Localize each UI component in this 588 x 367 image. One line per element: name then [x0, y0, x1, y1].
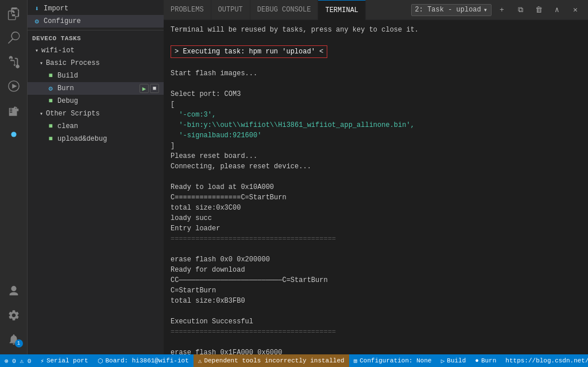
terminal-line: [171, 58, 581, 68]
tab-output[interactable]: OUTPUT: [211, 0, 250, 20]
terminal-line: erase flash 0x1FA000 0x6000: [171, 347, 581, 354]
sidebar-item-debug[interactable]: ■ Debug: [28, 95, 164, 107]
search-icon[interactable]: [2, 26, 25, 49]
notification-icon[interactable]: 1: [2, 328, 25, 351]
split-terminal-button[interactable]: ⧉: [512, 2, 528, 18]
import-icon: ⬇: [32, 4, 41, 13]
sidebar-group-basic-process[interactable]: ▾ Basic Process: [28, 57, 164, 69]
sidebar-item-import[interactable]: ⬇ Import: [28, 2, 164, 15]
terminal-line: Select port: COM3: [171, 89, 581, 99]
terminal-line: loady succ: [171, 213, 581, 223]
terminal-line: [171, 172, 581, 182]
terminal-line: [171, 244, 581, 254]
status-errors[interactable]: ⊗ 0 ⚠ 0: [0, 354, 36, 367]
burn-arrow: [41, 84, 46, 93]
debug-arrow: [41, 96, 46, 106]
terminal-line: ========================================: [171, 234, 581, 244]
terminal-line: Terminal will be reused by tasks, press …: [171, 25, 581, 35]
tab-debug-console[interactable]: DEBUG CONSOLE: [250, 0, 319, 20]
extensions-icon[interactable]: [2, 99, 25, 122]
terminal-line: [: [171, 99, 581, 110]
sidebar-item-configure[interactable]: ⚙ Configure: [28, 15, 164, 28]
burn-play-button[interactable]: ▶: [140, 84, 149, 93]
tab-problems[interactable]: PROBLEMS: [164, 0, 211, 20]
terminal-line: [171, 79, 581, 89]
settings-icon[interactable]: [2, 304, 25, 327]
import-label: Import: [44, 5, 159, 13]
status-build[interactable]: ▷ Build: [436, 354, 471, 367]
terminal-line: > Executing task: hpm run 'upload' <: [171, 45, 581, 58]
maximize-panel-button[interactable]: ∧: [549, 2, 565, 18]
terminal-content[interactable]: Terminal will be reused by tasks, press …: [164, 20, 588, 354]
terminal-line: Entry loader: [171, 223, 581, 234]
error-warning-icon: ⊗ 0 ⚠ 0: [5, 357, 31, 365]
deveco-icon[interactable]: [2, 123, 25, 146]
sidebar-item-clean[interactable]: ■ clean: [28, 120, 164, 133]
build-task-label: Build: [57, 72, 159, 80]
status-burn[interactable]: ● Burn: [470, 354, 501, 367]
terminal-line: total size:0x3C00: [171, 203, 581, 213]
add-terminal-button[interactable]: +: [494, 2, 510, 18]
terminal-line: Please reset board...: [171, 151, 581, 161]
serial-port-icon: ⚡: [40, 357, 44, 365]
configure-label: Configure: [44, 17, 159, 25]
build-task-icon: ■: [46, 71, 55, 80]
debug-task-label: Debug: [57, 97, 159, 105]
sidebar: ⬇ Import ⚙ Configure DEVECO TASKS ▾ wifi…: [28, 0, 164, 354]
terminal-selector[interactable]: 2: Task - upload ▾: [411, 4, 492, 16]
sidebar-item-build[interactable]: ■ Build: [28, 69, 164, 82]
burn-task-actions: ▶ ■: [140, 84, 159, 93]
sidebar-group-other-scripts[interactable]: ▾ Other Scripts: [28, 107, 164, 120]
tab-bar: PROBLEMS OUTPUT DEBUG CONSOLE TERMINAL 2…: [164, 0, 588, 20]
upload-debug-task-icon: ■: [46, 134, 55, 144]
terminal-line: '-com:3',: [171, 110, 581, 120]
group-arrow-wifi-iot: ▾: [32, 46, 41, 55]
burn-stop-button[interactable]: ■: [150, 84, 159, 93]
status-board[interactable]: ⬡ Board: hi3861@wifi-iot: [93, 354, 194, 367]
tab-actions: 2: Task - upload ▾ + ⧉ 🗑 ∧ ✕: [411, 2, 588, 18]
terminal-line: Ready for download: [171, 265, 581, 275]
terminal-line: [171, 35, 581, 45]
deveco-tasks-section: DEVECO TASKS ▾ wifi-iot ▾ Basic Process: [28, 30, 164, 148]
terminal-line: Execution Successful: [171, 316, 581, 327]
kill-terminal-button[interactable]: 🗑: [531, 2, 547, 18]
terminal-line: Ready to load at 0x10A000: [171, 182, 581, 192]
group-label-other-scripts: Other Scripts: [46, 110, 159, 118]
explorer-icon[interactable]: [2, 2, 25, 25]
section-header-deveco-tasks: DEVECO TASKS: [28, 33, 164, 44]
terminal-line: CC—————————————————————————C=StartBurn: [171, 275, 581, 285]
editor-area: PROBLEMS OUTPUT DEBUG CONSOLE TERMINAL 2…: [164, 0, 588, 354]
scm-icon[interactable]: [2, 51, 25, 74]
status-serial-port[interactable]: ⚡ Serial port: [36, 354, 92, 367]
close-panel-button[interactable]: ✕: [567, 2, 583, 18]
account-icon[interactable]: [2, 280, 25, 303]
sidebar-item-upload-debug[interactable]: ■ upload&debug: [28, 133, 164, 145]
sidebar-group-wifi-iot[interactable]: ▾ wifi-iot: [28, 44, 164, 57]
build-arrow: [41, 71, 46, 80]
terminal-line: '-signalbaud:921600': [171, 130, 581, 141]
chevron-down-icon: ▾: [483, 6, 488, 14]
status-url[interactable]: https://blog.csdn.net/rsd102: [501, 357, 588, 364]
sidebar-item-burn[interactable]: ⚙ Burn ▶ ■: [28, 82, 164, 95]
svg-point-1: [11, 132, 16, 137]
terminal-line: Connecting, please reset device...: [171, 161, 581, 172]
configure-icon: ⚙: [32, 17, 41, 26]
terminal-line: '-bin:y:\\out\\wifiiot\\Hi3861_wifiiot_a…: [171, 120, 581, 130]
group-label-wifi-iot: wifi-iot: [41, 47, 159, 55]
status-right: https://blog.csdn.net/rsd102: [501, 357, 588, 364]
board-icon: ⬡: [98, 357, 103, 365]
terminal-line: [171, 337, 581, 347]
clean-task-icon: ■: [46, 122, 55, 131]
status-bar: ⊗ 0 ⚠ 0 ⚡ Serial port ⬡ Board: hi3861@wi…: [0, 354, 588, 367]
status-configuration[interactable]: ⊞ Configuration: None: [349, 354, 436, 367]
burn-task-label: Burn: [57, 84, 140, 92]
tab-terminal[interactable]: TERMINAL: [318, 0, 366, 20]
burn-task-icon: ⚙: [46, 84, 55, 93]
run-debug-icon[interactable]: [2, 75, 25, 98]
terminal-line: erase flash 0x0 0x200000: [171, 254, 581, 265]
status-tools-warning[interactable]: ⚠ Dependent tools incorrectly installed: [194, 354, 349, 367]
terminal-line: ]: [171, 141, 581, 151]
group-label-basic-process: Basic Process: [46, 59, 159, 67]
upload-debug-task-label: upload&debug: [57, 135, 159, 143]
clean-task-label: clean: [57, 122, 159, 130]
